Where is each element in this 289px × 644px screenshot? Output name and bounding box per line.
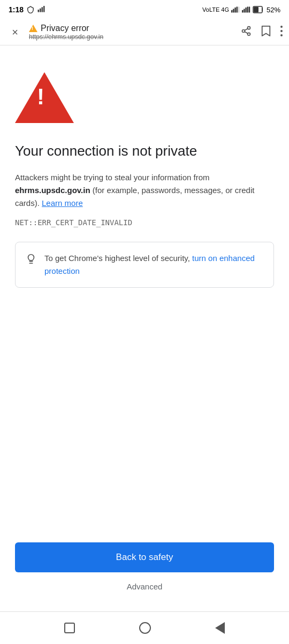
more-menu-button[interactable] (280, 26, 283, 39)
battery-icon (253, 6, 264, 13)
back-button[interactable] (215, 622, 225, 634)
error-code: NET::ERR_CERT_DATE_INVALID (15, 218, 132, 227)
svg-rect-2 (42, 7, 43, 12)
svg-rect-0 (38, 10, 39, 12)
svg-point-21 (280, 26, 283, 28)
network-label: VoLTE 4G (202, 6, 229, 13)
page-title: Privacy error (41, 24, 89, 33)
home-button[interactable] (139, 622, 151, 634)
shield-icon (27, 6, 34, 13)
security-suggestion-box: To get Chrome's highest level of securit… (15, 242, 274, 288)
svg-rect-10 (244, 9, 245, 12)
svg-rect-4 (231, 10, 232, 13)
back-to-safety-button[interactable]: Back to safety (15, 542, 274, 572)
browser-actions (241, 26, 283, 39)
browser-url[interactable]: https://ehrms.upsdc.gov.in (29, 33, 235, 41)
signal-bars2-icon (242, 6, 250, 13)
svg-line-20 (245, 28, 248, 30)
lightbulb-icon (25, 253, 37, 268)
svg-point-23 (280, 34, 283, 36)
security-warning-icon (29, 25, 37, 32)
browser-title-area: Privacy error https://ehrms.upsdc.gov.in (29, 24, 235, 41)
back-arrow-icon (215, 622, 225, 634)
advanced-link[interactable]: Advanced (15, 572, 274, 601)
svg-rect-11 (245, 7, 246, 13)
bookmark-button[interactable] (261, 26, 271, 39)
svg-rect-3 (43, 6, 44, 12)
signal-bars-icon (231, 6, 240, 13)
svg-rect-9 (242, 10, 243, 13)
security-suggestion-text: To get Chrome's highest level of securit… (44, 252, 264, 278)
svg-rect-6 (234, 7, 235, 13)
svg-line-19 (245, 32, 248, 33)
close-tab-button[interactable]: × (6, 26, 24, 39)
bottom-actions: Back to safety Advanced (0, 542, 289, 611)
status-time: 1:18 (9, 5, 24, 14)
status-bar: 1:18 VoLTE 4G 52% (0, 0, 289, 19)
square-icon (64, 623, 75, 633)
svg-point-22 (280, 30, 283, 32)
share-button[interactable] (241, 26, 252, 39)
svg-rect-13 (249, 6, 250, 12)
recent-apps-button[interactable] (64, 623, 75, 633)
circle-icon (139, 622, 151, 634)
svg-rect-15 (254, 7, 258, 12)
error-description: Attackers might be trying to steal your … (15, 171, 274, 210)
svg-rect-1 (40, 9, 41, 12)
svg-rect-8 (238, 6, 239, 12)
privacy-error-icon (15, 72, 74, 123)
error-page-content: Your connection is not private Attackers… (0, 45, 289, 542)
site-name: ehrms.upsdc.gov.in (15, 186, 90, 195)
browser-toolbar: × Privacy error https://ehrms.upsdc.gov.… (0, 19, 289, 45)
android-nav-bar (0, 612, 289, 644)
battery-label: 52% (267, 6, 280, 14)
svg-rect-12 (247, 6, 248, 12)
learn-more-link[interactable]: Learn more (42, 198, 83, 208)
svg-rect-5 (233, 9, 234, 12)
error-heading: Your connection is not private (15, 142, 197, 160)
status-right: VoLTE 4G 52% (202, 6, 280, 14)
signal-icon (37, 6, 45, 13)
warning-icon-container (15, 72, 74, 125)
svg-rect-7 (237, 6, 238, 12)
